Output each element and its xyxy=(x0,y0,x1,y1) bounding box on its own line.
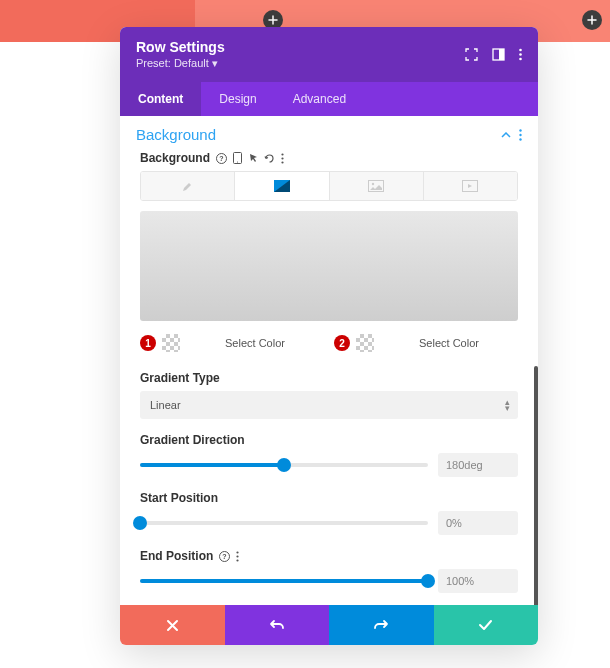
video-icon xyxy=(462,180,478,192)
cancel-button[interactable] xyxy=(120,605,225,645)
add-section-button-2[interactable] xyxy=(582,10,602,30)
modal-title: Row Settings xyxy=(136,39,225,55)
bg-type-gradient[interactable] xyxy=(235,172,329,200)
hover-icon[interactable] xyxy=(248,153,258,164)
color-swatch-2 xyxy=(356,334,374,352)
svg-point-3 xyxy=(519,53,522,56)
background-label: Background ? xyxy=(140,151,518,165)
section-title[interactable]: Background xyxy=(136,126,216,143)
row-settings-modal: Row Settings Preset: Default ▾ Content D… xyxy=(120,27,538,645)
gradient-direction-value[interactable] xyxy=(438,453,518,477)
kebab-icon[interactable] xyxy=(519,48,522,61)
close-icon xyxy=(166,619,179,632)
end-position-group: End Position ? xyxy=(140,549,518,593)
help-icon[interactable]: ? xyxy=(216,153,227,164)
undo-icon xyxy=(269,618,285,632)
plus-icon xyxy=(587,15,597,25)
svg-point-13 xyxy=(281,157,283,159)
snap-icon[interactable] xyxy=(492,48,505,61)
tab-advanced[interactable]: Advanced xyxy=(275,82,364,116)
gradient-type-label: Gradient Type xyxy=(140,371,518,385)
start-position-value[interactable] xyxy=(438,511,518,535)
start-position-group: Start Position xyxy=(140,491,518,535)
end-position-slider[interactable] xyxy=(140,579,428,583)
undo-button[interactable] xyxy=(225,605,330,645)
end-position-value[interactable] xyxy=(438,569,518,593)
modal-preset[interactable]: Preset: Default ▾ xyxy=(136,57,225,70)
svg-rect-1 xyxy=(499,49,504,60)
svg-point-11 xyxy=(237,161,238,162)
gradient-direction-group: Gradient Direction xyxy=(140,433,518,477)
svg-point-22 xyxy=(237,555,239,557)
modal-footer xyxy=(120,605,538,645)
tab-content[interactable]: Content xyxy=(120,82,201,116)
bg-type-tabs xyxy=(140,171,518,201)
redo-button[interactable] xyxy=(329,605,434,645)
expand-icon[interactable] xyxy=(465,48,478,61)
modal-content: Background Background ? xyxy=(120,116,538,605)
chevron-up-icon[interactable] xyxy=(501,132,511,138)
redo-icon xyxy=(373,618,389,632)
color-label-2: Select Color xyxy=(380,333,518,353)
gradient-type-select[interactable]: Linear xyxy=(140,391,518,419)
svg-point-23 xyxy=(237,559,239,561)
section-body: Background ? xyxy=(120,151,538,605)
svg-point-12 xyxy=(281,153,283,155)
chevron-down-icon: ▾ xyxy=(212,57,218,69)
help-icon[interactable]: ? xyxy=(219,551,230,562)
svg-point-6 xyxy=(519,133,521,135)
start-position-slider[interactable] xyxy=(140,521,428,525)
svg-point-21 xyxy=(237,551,239,553)
section-controls xyxy=(501,129,522,141)
gradient-icon xyxy=(274,180,290,192)
header-icons xyxy=(465,48,522,61)
gradient-type-group: Gradient Type Linear ▴▾ xyxy=(140,371,518,419)
scrollbar[interactable] xyxy=(534,366,538,605)
bg-type-color[interactable] xyxy=(141,172,235,200)
save-button[interactable] xyxy=(434,605,539,645)
paint-icon xyxy=(181,179,195,193)
svg-text:?: ? xyxy=(223,553,227,560)
start-position-label: Start Position xyxy=(140,491,518,505)
reset-icon[interactable] xyxy=(264,153,275,164)
svg-point-4 xyxy=(519,58,522,61)
color-label-1: Select Color xyxy=(186,333,324,353)
badge-1: 1 xyxy=(140,335,156,351)
end-position-label: End Position ? xyxy=(140,549,518,563)
color-swatch-1 xyxy=(162,334,180,352)
kebab-icon[interactable] xyxy=(519,129,522,141)
gradient-direction-label: Gradient Direction xyxy=(140,433,518,447)
modal-header: Row Settings Preset: Default ▾ xyxy=(120,27,538,82)
gradient-direction-slider[interactable] xyxy=(140,463,428,467)
svg-point-7 xyxy=(519,138,521,140)
svg-point-14 xyxy=(281,161,283,163)
kebab-icon[interactable] xyxy=(236,551,239,562)
check-icon xyxy=(478,619,493,631)
kebab-icon[interactable] xyxy=(281,153,284,164)
svg-point-2 xyxy=(519,49,522,52)
color-stops: 1 Select Color 2 Select Color xyxy=(140,333,518,353)
svg-point-5 xyxy=(519,129,521,131)
bg-type-image[interactable] xyxy=(330,172,424,200)
badge-2: 2 xyxy=(334,335,350,351)
color-stop-1[interactable]: 1 Select Color xyxy=(140,333,324,353)
gradient-preview xyxy=(140,211,518,321)
tab-design[interactable]: Design xyxy=(201,82,274,116)
plus-icon xyxy=(268,15,278,25)
section-header: Background xyxy=(120,116,538,151)
color-stop-2[interactable]: 2 Select Color xyxy=(334,333,518,353)
svg-point-17 xyxy=(372,183,374,185)
label-icons: ? xyxy=(216,152,284,164)
image-icon xyxy=(368,180,384,192)
bg-type-video[interactable] xyxy=(424,172,517,200)
tabs: Content Design Advanced xyxy=(120,82,538,116)
modal-title-group: Row Settings Preset: Default ▾ xyxy=(136,39,225,70)
tablet-icon[interactable] xyxy=(233,152,242,164)
svg-text:?: ? xyxy=(219,155,223,162)
